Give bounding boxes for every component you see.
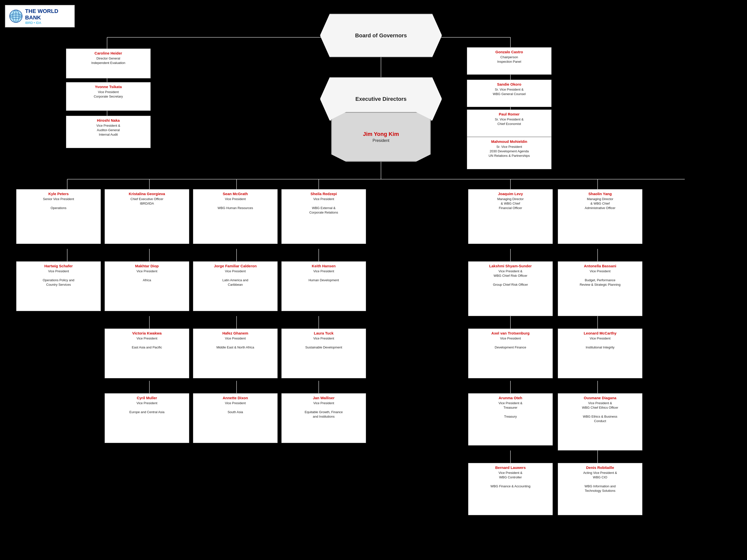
card-denis-robitaille: Denis Robitaille Acting Vice President &… — [558, 463, 642, 515]
card-cyril-muller: Cyril Muller Vice PresidentEurope and Ce… — [105, 393, 189, 443]
name-cyril-muller: Cyril Muller — [107, 396, 186, 400]
name-victoria-kwakwa: Victoria Kwakwa — [107, 331, 186, 336]
president-name: Jim Yong Kim — [363, 131, 399, 137]
title-kristalina-georgieva: Chief Executive OfficerIBRD/IDA — [107, 197, 186, 206]
title-paul-romer: Sr. Vice President &Chief Economist — [470, 117, 549, 126]
name-joaquim-levy: Joaquim Levy — [471, 191, 550, 196]
logo: THE WORLD BANK IBRD • IDA — [5, 5, 75, 27]
executive-directors-label: Executive Directors — [355, 96, 406, 102]
card-kyle-peters: Kyle Peters Senior Vice PresidentOperati… — [16, 189, 101, 244]
name-annette-dixon: Annette Dixon — [196, 396, 275, 400]
card-antonella-bassani: Antonella Bassani Vice PresidentBudget, … — [558, 261, 642, 316]
president-card: Jim Yong Kim President — [331, 112, 431, 162]
title-makhtar-diop: Vice PresidentAfrica — [107, 269, 186, 283]
card-sheila-redzepi: Sheila Redzepi Vice PresidentWBG Externa… — [281, 189, 366, 244]
name-caroline-heider: Caroline Heider — [69, 51, 148, 56]
card-jan-walliser: Jan Walliser Vice PresidentEquitable Gro… — [281, 393, 366, 443]
title-laura-tuck: Vice PresidentSustainable Development — [284, 336, 363, 350]
title-leonard-mccarthy: Vice PresidentInstitutional Integrity — [561, 336, 640, 350]
title-caroline-heider: Director GeneralIndependent Evaluation — [69, 56, 148, 65]
card-hafez-ghanem: Hafez Ghanem Vice PresidentMiddle East &… — [193, 328, 278, 378]
title-arunma-oteh: Vice President &TreasurerTreasury — [471, 401, 550, 419]
title-mahmoud-mohieldin: Sr. Vice President2030 Development Agend… — [470, 144, 549, 158]
name-sheila-redzepi: Sheila Redzepi — [284, 191, 363, 196]
title-shaolin-yang: Managing Director& WBG ChiefAdministrati… — [561, 197, 640, 211]
title-lakshmi-shyam-sunder: Vice President &WBG Chief Risk OfficerGr… — [471, 269, 550, 287]
title-joaquim-levy: Managing Director& WBG ChiefFinancial Of… — [471, 197, 550, 211]
name-hafez-ghanem: Hafez Ghanem — [196, 331, 275, 336]
title-cyril-muller: Vice PresidentEurope and Central Asia — [107, 401, 186, 415]
title-axel-van-trotsenburg: Vice PresidentDevelopment Finance — [471, 336, 550, 350]
card-victoria-kwakwa: Victoria Kwakwa Vice PresidentEast Asia … — [105, 328, 189, 378]
title-sandie-okoro: Sr. Vice President &WBG General Counsel — [470, 87, 549, 96]
logo-sub: IBRD • IDA — [25, 21, 71, 25]
name-arunma-oteh: Arunma Oteh — [471, 396, 550, 400]
name-sean-mcgrath: Sean McGrath — [196, 191, 275, 196]
name-paul-romer: Paul Romer — [470, 112, 549, 117]
card-bernard-lauwers: Bernard Lauwers Vice President &WBG Cont… — [468, 463, 553, 515]
card-axel-van-trotsenburg: Axel van Trotsenburg Vice PresidentDevel… — [468, 328, 553, 378]
title-jan-walliser: Vice PresidentEquitable Growth, Financea… — [284, 401, 363, 419]
name-mahmoud-mohieldin: Mahmoud Mohieldin — [470, 139, 549, 144]
card-gonzalo-castro: Gonzalo Castro ChairpersonInspection Pan… — [467, 47, 551, 75]
name-jan-walliser: Jan Walliser — [284, 396, 363, 400]
name-laura-tuck: Laura Tuck — [284, 331, 363, 336]
svg-point-42 — [10, 10, 22, 22]
name-makhtar-diop: Makhtar Diop — [107, 264, 186, 269]
title-keith-hansen: Vice PresidentHuman Development — [284, 269, 363, 283]
name-gonzalo-castro: Gonzalo Castro — [470, 50, 549, 54]
name-sandie-okoro: Sandie Okoro — [470, 82, 549, 87]
title-annette-dixon: Vice PresidentSouth Asia — [196, 401, 275, 415]
card-laura-tuck: Laura Tuck Vice PresidentSustainable Dev… — [281, 328, 366, 378]
title-jorge-familiar: Vice PresidentLatin America andCaribbean — [196, 269, 275, 287]
title-sean-mcgrath: Vice PresidentWBG Human Resources — [196, 197, 275, 211]
name-antonella-bassani: Antonella Bassani — [561, 264, 640, 269]
board-of-governors-label: Board of Governors — [355, 32, 407, 39]
title-ousmane-diagana: Vice President &WBG Chief Ethics Officer… — [561, 401, 640, 424]
card-shaolin-yang: Shaolin Yang Managing Director& WBG Chie… — [558, 189, 642, 244]
name-kristalina-georgieva: Kristalina Georgieva — [107, 191, 186, 196]
card-sean-mcgrath: Sean McGrath Vice PresidentWBG Human Res… — [193, 189, 278, 244]
logo-globe-icon — [9, 9, 23, 24]
card-mahmoud-mohieldin: Mahmoud Mohieldin Sr. Vice President2030… — [467, 137, 551, 169]
card-sandie-okoro: Sandie Okoro Sr. Vice President &WBG Gen… — [467, 80, 551, 107]
title-antonella-bassani: Vice PresidentBudget, PerformanceReview … — [561, 269, 640, 287]
name-bernard-lauwers: Bernard Lauwers — [471, 465, 550, 470]
title-gonzalo-castro: ChairpersonInspection Panel — [470, 55, 549, 64]
card-arunma-oteh: Arunma Oteh Vice President &TreasurerTre… — [468, 393, 553, 446]
card-ousmane-diagana: Ousmane Diagana Vice President &WBG Chie… — [558, 393, 642, 451]
title-hartwig-schafer: Vice PresidentOperations Policy andCount… — [19, 269, 98, 287]
card-jorge-familiar: Jorge Familiar Calderon Vice PresidentLa… — [193, 261, 278, 311]
card-joaquim-levy: Joaquim Levy Managing Director& WBG Chie… — [468, 189, 553, 244]
card-hartwig-schafer: Hartwig Schafer Vice PresidentOperations… — [16, 261, 101, 311]
title-victoria-kwakwa: Vice PresidentEast Asia and Pacific — [107, 336, 186, 350]
name-jorge-familiar: Jorge Familiar Calderon — [196, 264, 275, 269]
card-leonard-mccarthy: Leonard McCarthy Vice PresidentInstituti… — [558, 328, 642, 378]
president-title: President — [372, 138, 389, 143]
name-kyle-peters: Kyle Peters — [19, 191, 98, 196]
title-bernard-lauwers: Vice President &WBG ControllerWBG Financ… — [471, 471, 550, 489]
name-keith-hansen: Keith Hansen — [284, 264, 363, 269]
card-hiroshi-naka: Hiroshi Naka Vice President &Auditor-Gen… — [66, 116, 151, 148]
name-shaolin-yang: Shaolin Yang — [561, 191, 640, 196]
name-yvonne-tsikata: Yvonne Tsikata — [69, 84, 148, 89]
card-paul-romer: Paul Romer Sr. Vice President &Chief Eco… — [467, 109, 551, 137]
title-hafez-ghanem: Vice PresidentMiddle East & North Africa — [196, 336, 275, 350]
card-lakshmi-shyam-sunder: Lakshmi Shyam-Sunder Vice President &WBG… — [468, 261, 553, 316]
card-makhtar-diop: Makhtar Diop Vice PresidentAfrica — [105, 261, 189, 311]
card-annette-dixon: Annette Dixon Vice PresidentSouth Asia — [193, 393, 278, 443]
name-lakshmi-shyam-sunder: Lakshmi Shyam-Sunder — [471, 264, 550, 269]
card-keith-hansen: Keith Hansen Vice PresidentHuman Develop… — [281, 261, 366, 311]
card-kristalina-georgieva: Kristalina Georgieva Chief Executive Off… — [105, 189, 189, 244]
card-caroline-heider: Caroline Heider Director GeneralIndepend… — [66, 49, 151, 78]
card-yvonne-tsikata: Yvonne Tsikata Vice PresidentCorporate S… — [66, 82, 151, 111]
title-denis-robitaille: Acting Vice President &WBG CIOWBG Inform… — [561, 471, 640, 493]
title-hiroshi-naka: Vice President &Auditor-GeneralInternal … — [69, 124, 148, 137]
name-ousmane-diagana: Ousmane Diagana — [561, 396, 640, 400]
name-leonard-mccarthy: Leonard McCarthy — [561, 331, 640, 336]
title-sheila-redzepi: Vice PresidentWBG External &Corporate Re… — [284, 197, 363, 215]
board-of-governors: Board of Governors — [320, 14, 442, 57]
title-kyle-peters: Senior Vice PresidentOperations — [19, 197, 98, 211]
title-yvonne-tsikata: Vice PresidentCorporate Secretary — [69, 90, 148, 99]
logo-name: THE WORLD BANK — [25, 8, 71, 21]
